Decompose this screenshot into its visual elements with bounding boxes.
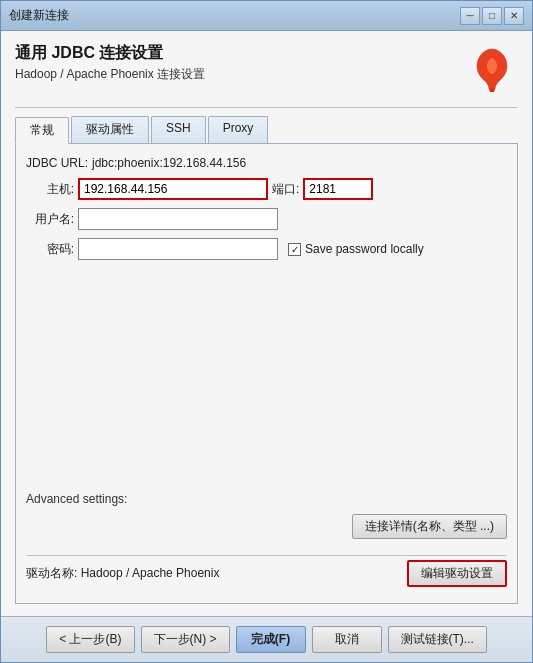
cancel-button[interactable]: 取消 xyxy=(312,626,382,653)
form-spacer xyxy=(26,270,507,484)
window-title: 创建新连接 xyxy=(9,7,460,24)
header-row: 通用 JDBC 连接设置 Hadoop / Apache Phoenix 连接设… xyxy=(15,43,518,95)
port-input[interactable] xyxy=(303,178,373,200)
sub-title: Hadoop / Apache Phoenix 连接设置 xyxy=(15,66,205,83)
tab-general[interactable]: 常规 xyxy=(15,117,69,144)
advanced-section: Advanced settings: 连接详情(名称、类型 ...) xyxy=(26,492,507,547)
password-row: 密码: Save password locally xyxy=(26,238,507,260)
host-label: 主机: xyxy=(26,181,74,198)
jdbc-url-row: JDBC URL: jdbc:phoenix:192.168.44.156 xyxy=(26,156,507,170)
tab-driver[interactable]: 驱动属性 xyxy=(71,116,149,143)
header-text: 通用 JDBC 连接设置 Hadoop / Apache Phoenix 连接设… xyxy=(15,43,205,83)
minimize-button[interactable]: ─ xyxy=(460,7,480,25)
password-input[interactable] xyxy=(78,238,278,260)
driver-row: 驱动名称: Hadoop / Apache Phoenix 编辑驱动设置 xyxy=(26,556,507,591)
tabs-bar: 常规 驱动属性 SSH Proxy xyxy=(15,116,518,144)
username-label: 用户名: xyxy=(26,211,74,228)
port-label: 端口: xyxy=(272,181,299,198)
driver-name-label: 驱动名称: Hadoop / Apache Phoenix xyxy=(26,565,219,582)
username-input[interactable] xyxy=(78,208,278,230)
save-password-area: Save password locally xyxy=(288,242,424,256)
test-connection-button[interactable]: 测试链接(T)... xyxy=(388,626,487,653)
bottom-bar: < 上一步(B) 下一步(N) > 完成(F) 取消 测试链接(T)... xyxy=(1,616,532,662)
form-area: JDBC URL: jdbc:phoenix:192.168.44.156 主机… xyxy=(15,144,518,604)
title-buttons: ─ □ ✕ xyxy=(460,7,524,25)
tab-ssh[interactable]: SSH xyxy=(151,116,206,143)
advanced-label: Advanced settings: xyxy=(26,492,507,506)
advanced-buttons: 连接详情(名称、类型 ...) xyxy=(26,514,507,539)
edit-driver-button[interactable]: 编辑驱动设置 xyxy=(407,560,507,587)
next-button[interactable]: 下一步(N) > xyxy=(141,626,230,653)
content-area: 通用 JDBC 连接设置 Hadoop / Apache Phoenix 连接设… xyxy=(1,31,532,616)
jdbc-url-value: jdbc:phoenix:192.168.44.156 xyxy=(92,156,246,170)
title-bar: 创建新连接 ─ □ ✕ xyxy=(1,1,532,31)
save-password-label: Save password locally xyxy=(305,242,424,256)
main-window: 创建新连接 ─ □ ✕ 通用 JDBC 连接设置 Hadoop / Apache… xyxy=(0,0,533,663)
logo xyxy=(466,43,518,95)
connection-details-button[interactable]: 连接详情(名称、类型 ...) xyxy=(352,514,507,539)
save-password-checkbox[interactable] xyxy=(288,243,301,256)
host-input[interactable] xyxy=(78,178,268,200)
prev-button[interactable]: < 上一步(B) xyxy=(46,626,134,653)
tab-proxy[interactable]: Proxy xyxy=(208,116,269,143)
finish-button[interactable]: 完成(F) xyxy=(236,626,306,653)
password-label: 密码: xyxy=(26,241,74,258)
main-title: 通用 JDBC 连接设置 xyxy=(15,43,205,64)
restore-button[interactable]: □ xyxy=(482,7,502,25)
close-button[interactable]: ✕ xyxy=(504,7,524,25)
host-port-row: 主机: 端口: xyxy=(26,178,507,200)
username-row: 用户名: xyxy=(26,208,507,230)
jdbc-url-label: JDBC URL: xyxy=(26,156,88,170)
header-divider xyxy=(15,107,518,108)
